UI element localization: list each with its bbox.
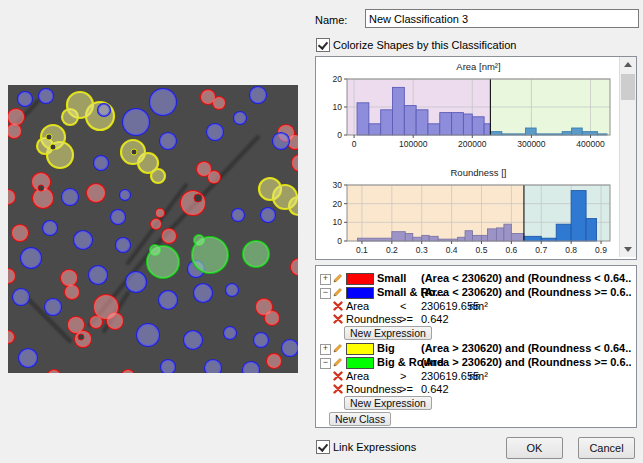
edit-pencil-icon[interactable] [332, 287, 343, 298]
class-name: Small [377, 272, 406, 284]
name-label: Name: [315, 14, 347, 26]
histograms-panel: Area [nm²]010200100000200000300000400000… [315, 56, 637, 260]
small-particle [291, 259, 298, 275]
small-round-particle [234, 112, 246, 124]
expression-property: Roundness [346, 313, 402, 325]
expand-toggle-icon[interactable]: − [320, 288, 331, 299]
link-expressions-checkbox[interactable] [316, 440, 330, 454]
x-tick-label: 0.4 [446, 245, 458, 255]
histogram-area[interactable]: Area [nm²]010200100000200000300000400000 [333, 61, 610, 149]
expression-value[interactable]: 0.642 [421, 313, 449, 325]
expression-property: Area [346, 300, 369, 312]
small-particle [32, 173, 53, 208]
class-color-swatch[interactable] [346, 273, 374, 285]
edit-pencil-icon[interactable] [332, 357, 343, 368]
ok-button[interactable]: OK [506, 437, 563, 459]
small-round-particle [62, 189, 78, 205]
histogram-bar-left [381, 110, 393, 135]
small-round-particle [273, 133, 289, 149]
delete-expression-icon[interactable] [333, 301, 343, 311]
histogram-roundness[interactable]: Roundness []01020300.10.20.30.40.50.60.7… [333, 167, 610, 255]
histogram-bar-right [586, 219, 596, 241]
histogram-bar-left [369, 124, 381, 135]
histogram-bar-right [556, 224, 571, 241]
expression-operator[interactable]: < [400, 300, 406, 312]
delete-expression-icon[interactable] [333, 314, 343, 324]
class-row[interactable]: +Small(Area < 230620) and (Roundness < 0… [316, 272, 634, 285]
edit-pencil-icon[interactable] [332, 273, 343, 284]
expression-operator[interactable]: >= [400, 313, 413, 325]
small-particle [48, 370, 60, 373]
histogram-bar-right [562, 132, 571, 135]
x-tick-label: 0.3 [416, 245, 428, 255]
expression-row: Area>230619.655nm² [316, 370, 634, 383]
scroll-thumb[interactable] [621, 74, 635, 100]
delete-expression-icon[interactable] [333, 371, 343, 381]
histogram-bar-left [413, 237, 422, 241]
expand-toggle-icon[interactable]: + [320, 274, 331, 285]
small-round-particle [74, 231, 92, 249]
new-expression-button[interactable]: New Expression [344, 396, 432, 410]
class-row[interactable]: +Big(Area > 230620) and (Roundness < 0.6… [316, 342, 634, 355]
expand-toggle-icon[interactable]: + [320, 344, 331, 355]
small-round-particle [43, 221, 57, 235]
expression-row: Roundness>=0.642 [316, 313, 634, 326]
expression-value[interactable]: 0.642 [421, 383, 449, 395]
small-round-particle [232, 209, 244, 221]
expand-toggle-icon[interactable]: − [320, 358, 331, 369]
small-round-particle [184, 331, 202, 349]
class-color-swatch[interactable] [346, 357, 374, 369]
classes-panel: +Small(Area < 230620) and (Roundness < 0… [315, 265, 637, 428]
colorize-checkbox[interactable] [316, 38, 330, 52]
histogram-bar-right [524, 236, 541, 241]
link-expressions-label: Link Expressions [333, 441, 416, 453]
delete-expression-icon[interactable] [333, 384, 343, 394]
histogram-bar-left [458, 237, 465, 241]
histogram-charts[interactable]: Area [nm²]010200100000200000300000400000… [317, 57, 619, 257]
histogram-bar-left [440, 113, 452, 135]
scroll-down-button[interactable] [620, 241, 636, 257]
x-tick-label: 0.2 [386, 245, 398, 255]
scrollbar[interactable] [619, 57, 636, 257]
histogram-bar-left [404, 106, 416, 135]
y-tick-label: 20 [333, 74, 343, 84]
expression-row: Roundness>=0.642 [316, 383, 634, 396]
small-round-particle [207, 124, 223, 140]
small-round-particle [19, 349, 37, 367]
new-class-button[interactable]: New Class [329, 412, 391, 426]
histogram-bar-left [481, 235, 487, 241]
y-tick-label: 30 [333, 180, 343, 190]
small-round-particle [150, 89, 176, 115]
scroll-up-button[interactable] [620, 57, 636, 73]
class-row[interactable]: −Big & Round(Area > 230620) and (Roundne… [316, 356, 634, 369]
class-color-swatch[interactable] [346, 287, 374, 299]
name-input[interactable] [365, 9, 639, 28]
check-icon [318, 39, 328, 50]
class-expression-summary: (Area > 230620) and (Roundness >= 0.6... [421, 356, 631, 368]
big-round-particle [192, 235, 228, 273]
histogram-bar-right [525, 128, 536, 135]
small-round-particle [194, 284, 212, 302]
small-particle [162, 229, 176, 243]
small-round-particle [261, 208, 275, 222]
small-round-particle [111, 210, 125, 224]
big-round-particle [147, 245, 179, 278]
cancel-button[interactable]: Cancel [578, 437, 635, 459]
new-expression-button[interactable]: New Expression [344, 326, 432, 340]
small-round-particle [160, 133, 176, 149]
expression-operator[interactable]: > [400, 370, 406, 382]
small-particle [12, 225, 28, 241]
histogram-bar-right [572, 128, 583, 135]
edit-pencil-icon[interactable] [332, 343, 343, 354]
x-tick-label: 0.7 [535, 245, 547, 255]
chart-title: Roundness [] [451, 167, 507, 178]
check-icon [318, 441, 328, 452]
class-color-swatch[interactable] [346, 343, 374, 355]
histogram-bar-left [504, 224, 511, 241]
small-round-particle [224, 327, 236, 339]
x-tick-label: 0.5 [476, 245, 488, 255]
histogram-bar-left [428, 124, 440, 135]
expression-property: Area [346, 370, 369, 382]
class-row[interactable]: −Small & Ro...(Area < 230620) and (Round… [316, 286, 634, 299]
expression-operator[interactable]: >= [400, 383, 413, 395]
